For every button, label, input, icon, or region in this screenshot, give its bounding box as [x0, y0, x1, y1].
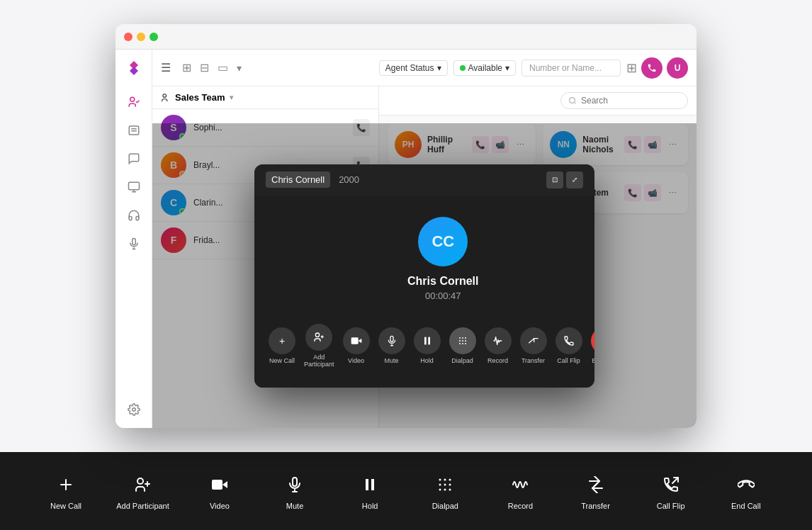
- call-modal-overlay: Chris Cornell 2000 ⊡ ⤢: [152, 123, 697, 428]
- app-chrome: ☰ ⊞ ⊟ ▭ ▾ Agent Status ▾ Available ▾: [115, 24, 697, 428]
- sidebar-item-settings[interactable]: [121, 397, 147, 422]
- sidebar-item-monitor[interactable]: [121, 174, 147, 200]
- callflip-toolbar-icon: [658, 472, 684, 497]
- search-box[interactable]: [560, 92, 688, 109]
- hold-ctrl[interactable]: Hold: [414, 327, 441, 364]
- toolbar-mute[interactable]: Mute: [270, 472, 320, 510]
- title-bar: [115, 24, 697, 50]
- mute-toolbar-icon: [282, 472, 308, 497]
- phone-action-button[interactable]: [641, 57, 662, 79]
- call-extension: 2000: [339, 174, 359, 185]
- app-window: ☰ ⊞ ⊟ ▭ ▾ Agent Status ▾ Available ▾: [0, 0, 812, 452]
- call-modal-header: Chris Cornell 2000 ⊡ ⤢: [254, 164, 594, 196]
- record-label: Record: [508, 502, 533, 510]
- sidebar-item-microphone[interactable]: [121, 231, 147, 256]
- minimize-button[interactable]: [137, 33, 145, 41]
- phone-input[interactable]: Number or Name...: [521, 60, 621, 77]
- toolbar-hold[interactable]: Hold: [345, 472, 395, 510]
- team-dropdown-icon[interactable]: ▾: [230, 94, 233, 101]
- add-participant-ctrl[interactable]: Add Participant: [304, 324, 334, 368]
- agent-status-chevron: ▾: [437, 63, 441, 73]
- toolbar-transfer[interactable]: Transfer: [571, 472, 621, 510]
- toolbar-callflip[interactable]: Call Flip: [646, 472, 696, 510]
- svg-rect-39: [212, 480, 222, 490]
- sidebar-item-headset[interactable]: [121, 203, 147, 228]
- svg-rect-44: [371, 479, 374, 490]
- sidebar-item-contacts[interactable]: [121, 89, 147, 115]
- svg-point-23: [459, 337, 461, 339]
- add-participant-icon: [305, 324, 332, 351]
- bottom-toolbar: New Call Add Participant Video Mute Hold…: [0, 452, 812, 530]
- available-status[interactable]: Available ▾: [453, 60, 516, 76]
- svg-point-47: [449, 479, 451, 481]
- add-participant-label: Add Participant: [116, 502, 169, 510]
- new-call-icon: +: [269, 327, 295, 354]
- dialpad-ctrl[interactable]: Dialpad: [449, 327, 476, 364]
- video-label: Video: [210, 502, 230, 510]
- video-ctrl[interactable]: Video: [343, 327, 370, 364]
- menu-icon[interactable]: ☰: [161, 61, 171, 74]
- svg-point-28: [465, 340, 466, 342]
- minimize-call-btn[interactable]: ⊡: [546, 171, 563, 188]
- call-header-actions: ⊡ ⤢: [546, 171, 583, 188]
- callflip-ctrl[interactable]: Call Flip: [556, 327, 582, 364]
- sidebar-item-list[interactable]: [121, 118, 147, 143]
- screen-share-icon[interactable]: ▭: [218, 61, 228, 74]
- top-header: ☰ ⊞ ⊟ ▭ ▾ Agent Status ▾ Available ▾: [152, 50, 697, 86]
- svg-line-56: [672, 478, 678, 483]
- hold-label: Hold: [362, 502, 378, 510]
- agent-status-dropdown[interactable]: Agent Status ▾: [379, 60, 448, 76]
- svg-rect-21: [424, 337, 427, 344]
- toolbar-add-participant[interactable]: Add Participant: [116, 472, 169, 510]
- apps-grid-icon[interactable]: ⊞: [626, 60, 637, 76]
- svg-point-0: [130, 97, 134, 101]
- team-label: Sales Team: [175, 92, 225, 103]
- toolbar-record[interactable]: Record: [495, 472, 545, 510]
- call-controls: + New Call Add Participant: [269, 315, 594, 373]
- svg-rect-17: [351, 337, 358, 344]
- video-toolbar-icon: [207, 472, 232, 497]
- hold-icon: [414, 327, 441, 354]
- dialpad-label: Dialpad: [432, 502, 458, 510]
- video-icon: [343, 327, 370, 354]
- svg-point-49: [444, 484, 446, 486]
- expand-call-btn[interactable]: ⤢: [566, 171, 583, 188]
- svg-rect-40: [293, 478, 297, 486]
- svg-rect-18: [390, 336, 393, 342]
- caller-avatar: CC: [418, 217, 468, 266]
- svg-point-27: [462, 340, 463, 342]
- toolbar-end-call[interactable]: End Call: [721, 472, 771, 510]
- caller-name: Chris Cornell: [407, 275, 478, 288]
- list-view-icon[interactable]: ⊟: [200, 61, 209, 74]
- maximize-button[interactable]: [150, 33, 158, 41]
- toolbar-dialpad[interactable]: Dialpad: [420, 472, 470, 510]
- toolbar-new-call[interactable]: New Call: [41, 472, 91, 510]
- contact-list-header: Sales Team ▾: [152, 86, 378, 109]
- mute-ctrl[interactable]: Mute: [378, 327, 405, 364]
- end-call-label: End Call: [731, 502, 761, 510]
- agent-status-label: Agent Status: [385, 63, 434, 73]
- sidebar-item-chat[interactable]: [121, 146, 147, 171]
- close-button[interactable]: [124, 33, 132, 41]
- record-ctrl[interactable]: Record: [485, 327, 512, 364]
- toolbar-video[interactable]: Video: [195, 472, 244, 510]
- svg-point-24: [462, 337, 463, 339]
- user-avatar[interactable]: U: [667, 57, 688, 79]
- main-panel: Sales Team ▾ S Sophi... 📞: [152, 86, 697, 428]
- dropdown-icon[interactable]: ▾: [237, 62, 242, 74]
- grid-view-icon[interactable]: ⊞: [182, 61, 191, 74]
- end-call-toolbar-icon: [733, 472, 759, 497]
- search-input[interactable]: [581, 96, 652, 106]
- end-call-icon: [591, 327, 594, 354]
- available-chevron: ▾: [505, 63, 509, 73]
- transfer-ctrl[interactable]: Transfer: [520, 327, 547, 364]
- endcall-ctrl[interactable]: End Call: [591, 327, 594, 364]
- call-tab[interactable]: Chris Cornell: [266, 171, 330, 188]
- call-modal-body: CC Chris Cornell 00:00:47 + New Call: [254, 196, 594, 388]
- svg-point-51: [439, 489, 441, 491]
- new-call-ctrl[interactable]: + New Call: [269, 327, 295, 364]
- svg-point-35: [137, 478, 143, 484]
- svg-point-50: [449, 484, 451, 486]
- brand-logo: [121, 55, 147, 81]
- svg-point-26: [459, 340, 461, 342]
